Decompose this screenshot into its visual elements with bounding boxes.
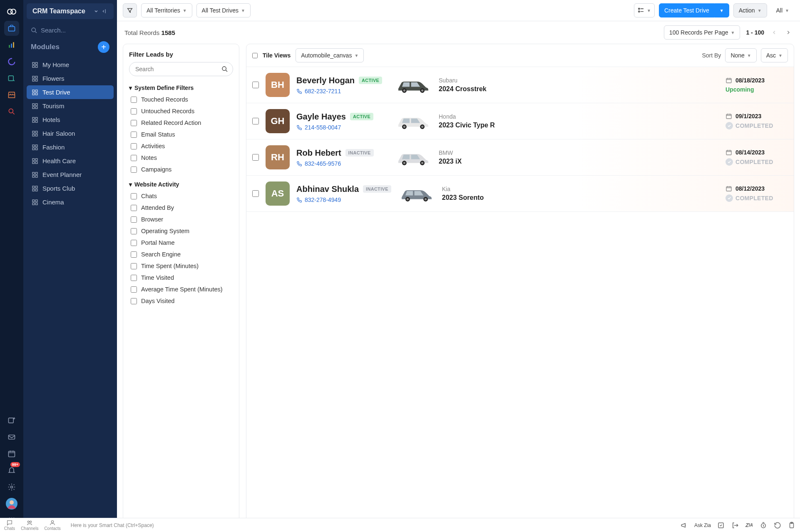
filter-item[interactable]: Days Visited xyxy=(129,295,233,307)
bb-zia-icon[interactable]: ZIA xyxy=(745,521,753,530)
filter-item[interactable]: Notes xyxy=(129,152,233,164)
bb-history-icon[interactable] xyxy=(773,521,782,530)
test-drives-dropdown[interactable]: All Test Drives▼ xyxy=(196,3,251,17)
pager-next[interactable] xyxy=(784,28,793,37)
user-avatar-icon[interactable] xyxy=(4,496,19,511)
app-logo-icon[interactable] xyxy=(4,4,19,19)
sidebar-item-cinema[interactable]: Cinema xyxy=(27,195,114,209)
filter-checkbox[interactable] xyxy=(131,143,137,149)
pager-prev[interactable] xyxy=(770,28,778,37)
sortby-dropdown[interactable]: None▼ xyxy=(725,48,756,62)
table-row[interactable]: GHGayle HayesACTIVE214-558-0047Honda2023… xyxy=(246,103,794,139)
rail-calendar-icon[interactable] xyxy=(4,446,19,461)
filter-checkbox[interactable] xyxy=(131,167,137,173)
teamspace-selector[interactable]: CRM Teamspace xyxy=(27,3,114,19)
filter-item[interactable]: Time Spent (Minutes) xyxy=(129,260,233,272)
filter-checkbox[interactable] xyxy=(131,228,137,234)
filter-button[interactable] xyxy=(123,3,137,17)
sidebar-item-sports-club[interactable]: Sports Club xyxy=(27,181,114,195)
rail-add-window-icon[interactable] xyxy=(4,413,19,428)
rail-mail-icon[interactable] xyxy=(4,430,19,445)
filter-item[interactable]: Attended By xyxy=(129,202,233,214)
filter-item[interactable]: Related Record Action xyxy=(129,117,233,129)
sidebar-item-hotels[interactable]: Hotels xyxy=(27,113,114,127)
row-checkbox[interactable] xyxy=(252,82,259,88)
view-mode-button[interactable]: ▼ xyxy=(634,3,655,17)
bb-compose-icon[interactable] xyxy=(717,521,725,530)
rail-settings-icon[interactable] xyxy=(4,480,19,495)
filter-item[interactable]: Search Engine xyxy=(129,249,233,260)
per-page-dropdown[interactable]: 100 Records Per Page▼ xyxy=(664,25,740,40)
filter-checkbox[interactable] xyxy=(131,298,137,304)
rail-analytics-icon[interactable] xyxy=(4,37,19,52)
filter-item[interactable]: Untouched Records xyxy=(129,105,233,117)
filter-checkbox[interactable] xyxy=(131,216,137,223)
rail-store-icon[interactable] xyxy=(4,87,19,102)
rail-calendar-edit-icon[interactable] xyxy=(4,71,19,86)
sortdir-dropdown[interactable]: Asc▼ xyxy=(761,48,788,62)
select-all-checkbox[interactable] xyxy=(252,53,258,58)
filter-checkbox[interactable] xyxy=(131,275,137,281)
ask-zia-button[interactable]: Ask Zia xyxy=(694,522,711,528)
filter-checkbox[interactable] xyxy=(131,97,137,103)
smart-chat-input[interactable]: Here is your Smart Chat (Ctrl+Space) xyxy=(67,522,674,528)
filter-item[interactable]: Email Status xyxy=(129,129,233,140)
table-row[interactable]: ASAbhinav ShuklaINACTIVE832-278-4949Kia2… xyxy=(246,176,794,212)
bb-arrow-out-icon[interactable] xyxy=(731,521,739,530)
row-checkbox[interactable] xyxy=(252,154,259,161)
rail-briefcase-icon[interactable] xyxy=(4,21,19,36)
filter-checkbox[interactable] xyxy=(131,240,137,246)
row-checkbox[interactable] xyxy=(252,190,259,197)
bb-clock-icon[interactable] xyxy=(759,521,768,530)
all-dropdown[interactable]: All▼ xyxy=(771,3,794,17)
table-row[interactable]: RHRob HebertINACTIVE832-465-9576BMW2023 … xyxy=(246,139,794,176)
territories-dropdown[interactable]: All Territories▼ xyxy=(141,3,192,17)
table-row[interactable]: BHBeverly HoganACTIVE682-232-7211Subaru2… xyxy=(246,67,794,103)
add-module-button[interactable]: + xyxy=(98,41,109,53)
filter-checkbox[interactable] xyxy=(131,286,137,293)
filter-checkbox[interactable] xyxy=(131,251,137,258)
rail-loading-icon[interactable] xyxy=(4,54,19,69)
sidebar-item-event-planner[interactable]: Event Planner xyxy=(27,168,114,181)
phone-link[interactable]: 832-465-9576 xyxy=(296,160,388,167)
create-dropdown-button[interactable]: ▼ xyxy=(715,3,729,17)
sidebar-item-tourism[interactable]: Tourism xyxy=(27,99,114,113)
filter-search-input[interactable] xyxy=(129,62,233,76)
canvas-dropdown[interactable]: Automobile_canvas▼ xyxy=(296,48,364,62)
rail-search-red-icon[interactable] xyxy=(4,104,19,119)
filter-item[interactable]: Campaigns xyxy=(129,164,233,175)
filter-section-system[interactable]: ▾ System Define Filters xyxy=(129,82,233,94)
phone-link[interactable]: 214-558-0047 xyxy=(296,124,388,131)
row-checkbox[interactable] xyxy=(252,118,259,124)
filter-checkbox[interactable] xyxy=(131,120,137,126)
filter-checkbox[interactable] xyxy=(131,132,137,138)
filter-item[interactable]: Activities xyxy=(129,140,233,152)
action-dropdown[interactable]: Action▼ xyxy=(733,3,767,17)
filter-item[interactable]: Operating System xyxy=(129,225,233,237)
bb-contacts[interactable]: Contacts xyxy=(44,520,60,531)
sidebar-item-my-home[interactable]: My Home xyxy=(27,58,114,72)
bb-clipboard-icon[interactable] xyxy=(788,521,796,530)
phone-link[interactable]: 832-278-4949 xyxy=(296,196,391,203)
sidebar-item-test-drive[interactable]: Test Drive xyxy=(27,85,114,99)
filter-checkbox[interactable] xyxy=(131,108,137,114)
collapse-icon[interactable] xyxy=(102,8,108,14)
filter-item[interactable]: Average Time Spent (Minutes) xyxy=(129,283,233,295)
filter-item[interactable]: Touched Records xyxy=(129,94,233,105)
rail-bell-icon[interactable]: 99+ xyxy=(4,463,19,478)
filter-checkbox[interactable] xyxy=(131,155,137,161)
sidebar-search[interactable]: Search... xyxy=(23,22,117,38)
filter-item[interactable]: Portal Name xyxy=(129,237,233,249)
sidebar-item-flowers[interactable]: Flowers xyxy=(27,72,114,85)
sidebar-item-hair-saloon[interactable]: Hair Saloon xyxy=(27,127,114,140)
bb-megaphone-icon[interactable] xyxy=(680,521,688,530)
bb-channels[interactable]: Channels xyxy=(21,520,38,531)
phone-link[interactable]: 682-232-7211 xyxy=(296,88,388,94)
filter-checkbox[interactable] xyxy=(131,205,137,211)
bb-chats[interactable]: Chats xyxy=(4,520,15,531)
filter-item[interactable]: Chats xyxy=(129,190,233,202)
filter-item[interactable]: Time Visited xyxy=(129,272,233,283)
filter-section-website[interactable]: ▾ Website Activity xyxy=(129,179,233,190)
filter-item[interactable]: Browser xyxy=(129,214,233,225)
sidebar-item-health-care[interactable]: Health Care xyxy=(27,154,114,168)
